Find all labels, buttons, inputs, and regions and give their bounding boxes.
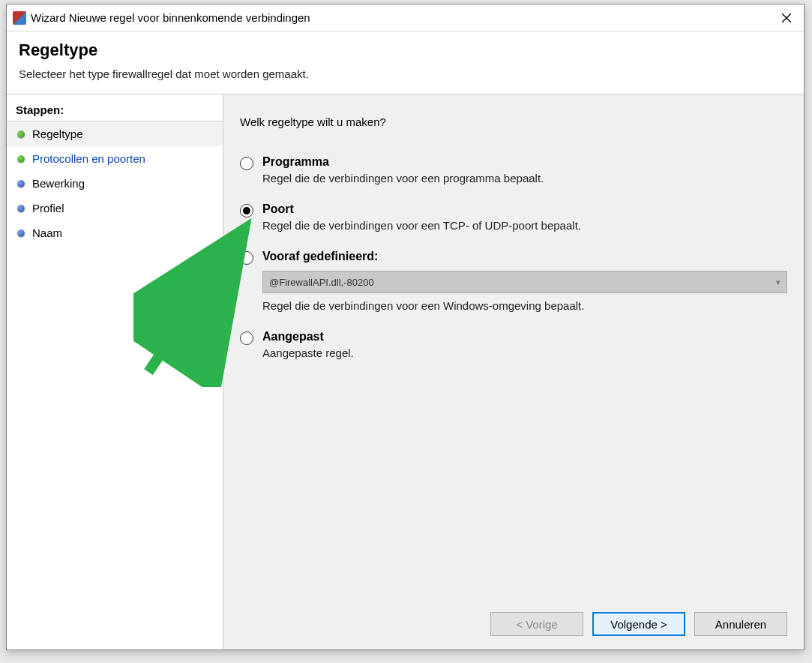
step-profiel[interactable]: Profiel [7,196,223,220]
steps-sidebar: Stappen: Regeltype Protocollen en poorte… [7,94,223,650]
step-label: Regeltype [32,128,83,140]
next-button[interactable]: Volgende > [592,612,685,636]
question-text: Welk regeltype wilt u maken? [240,116,787,128]
chevron-down-icon: ▾ [776,278,781,287]
option-title: Vooraf gedefinieerd: [262,250,787,263]
radio-poort[interactable] [240,204,253,218]
step-bullet-icon [17,205,25,212]
predefined-dropdown[interactable]: @FirewallAPI.dll,-80200 ▾ [262,271,787,293]
header-area: Regeltype Selecteer het type firewallreg… [7,32,804,94]
option-poort: Poort Regel die de verbindingen voor een… [240,202,787,232]
steps-header: Stappen: [7,99,223,122]
step-protocollen-en-poorten[interactable]: Protocollen en poorten [7,146,223,171]
content-pane: Welk regeltype wilt u maken? Programma R… [223,94,804,650]
titlebar: Wizard Nieuwe regel voor binnenkomende v… [7,4,804,32]
body-area: Stappen: Regeltype Protocollen en poorte… [7,94,804,650]
step-naam[interactable]: Naam [7,220,223,245]
page-subtitle: Selecteer het type firewallregel dat moe… [19,68,792,80]
cancel-button[interactable]: Annuleren [694,612,787,636]
step-bewerking[interactable]: Bewerking [7,171,223,196]
step-bullet-icon [17,230,25,237]
step-bullet-icon [17,180,25,188]
radio-voorafgedefinieerd[interactable] [240,251,253,265]
radio-programma[interactable] [240,157,253,170]
window-title: Wizard Nieuwe regel voor binnenkomende v… [31,11,310,24]
page-title: Regeltype [19,40,792,60]
button-row: < Vorige Volgende > Annuleren [223,602,804,650]
back-button: < Vorige [490,612,583,636]
option-voorafgedefinieerd: Vooraf gedefinieerd: @FirewallAPI.dll,-8… [240,250,787,312]
step-label: Profiel [32,202,64,214]
option-programma: Programma Regel die de verbindingen voor… [240,155,787,184]
firewall-app-icon [13,11,26,25]
step-bullet-icon [17,130,25,138]
option-desc: Aangepaste regel. [262,346,787,359]
step-bullet-icon [17,155,25,163]
option-aangepast: Aangepast Aangepaste regel. [240,330,787,359]
option-desc: Regel die de verbindingen voor een progr… [262,172,787,184]
step-label: Protocollen en poorten [32,152,145,165]
dropdown-value: @FirewallAPI.dll,-80200 [269,277,374,288]
option-desc: Regel die de verbindingen voor een Windo… [262,299,787,312]
step-label: Bewerking [32,177,85,190]
step-label: Naam [32,226,62,239]
wizard-window: Wizard Nieuwe regel voor binnenkomende v… [6,4,805,650]
radio-aangepast[interactable] [240,332,253,345]
option-title: Aangepast [262,330,787,344]
option-title: Poort [262,202,787,216]
step-regeltype[interactable]: Regeltype [7,122,223,146]
close-icon [781,13,792,23]
content-inner: Welk regeltype wilt u maken? Programma R… [223,94,804,602]
option-desc: Regel die de verbindingen voor een TCP- … [262,219,787,232]
option-title: Programma [262,155,787,169]
close-button[interactable] [769,4,804,32]
